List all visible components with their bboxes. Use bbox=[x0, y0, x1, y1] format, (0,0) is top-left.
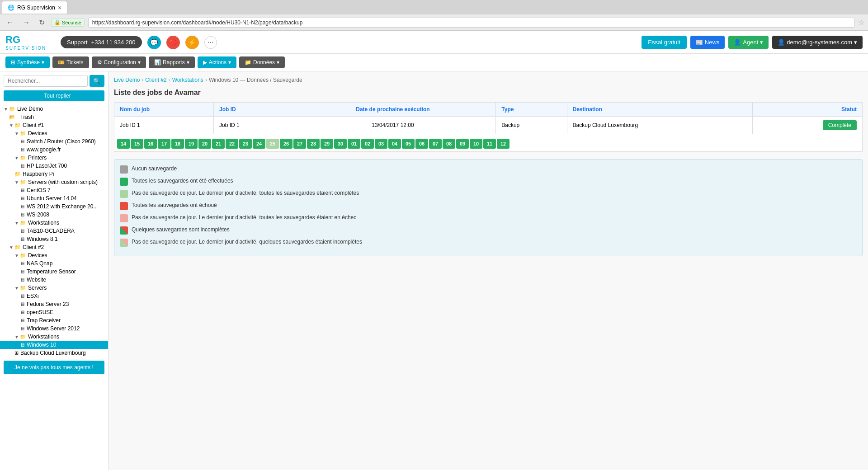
day-cell[interactable]: 03 bbox=[375, 139, 387, 149]
day-cell[interactable]: 07 bbox=[429, 139, 442, 149]
tree-item-ws2012[interactable]: 🖥 WS 2012 with Exchange 20... bbox=[0, 202, 108, 211]
back-btn[interactable]: ← bbox=[4, 18, 16, 28]
tree-item-switch[interactable]: 🖥 Switch / Router (Cisco 2960) bbox=[0, 137, 108, 146]
rapports-btn[interactable]: 📊 Rapports ▾ bbox=[149, 56, 195, 68]
tree-item-devices1[interactable]: ▼ 📁 Devices bbox=[0, 129, 108, 137]
chat-icon-btn[interactable]: 💬 bbox=[147, 36, 161, 49]
tree-item-client2[interactable]: ▼ 📁 Client #2 bbox=[0, 243, 108, 251]
day-cell[interactable]: 06 bbox=[415, 139, 428, 149]
config-btn[interactable]: ⚙ Configuration ▾ bbox=[92, 56, 146, 68]
tree-item-servers2[interactable]: ▼ 📁 Servers bbox=[0, 284, 108, 292]
synthese-btn[interactable]: ⊞ Synthèse ▾ bbox=[5, 56, 50, 68]
tree-item-fedora[interactable]: 🖥 Fedora Server 23 bbox=[0, 300, 108, 308]
tree-item-client1[interactable]: ▼ 📁 Client #1 bbox=[0, 121, 108, 129]
tree-label: Trap Receiver bbox=[27, 317, 61, 324]
reload-btn[interactable]: ↻ bbox=[36, 17, 47, 28]
more-btn[interactable]: ··· bbox=[204, 36, 217, 49]
tree-item-google[interactable]: 🖥 www.google.fr bbox=[0, 146, 108, 154]
day-cell[interactable]: 02 bbox=[361, 139, 374, 149]
day-cell[interactable]: 08 bbox=[443, 139, 455, 149]
day-cell[interactable]: 17 bbox=[158, 139, 170, 149]
new-tab-area[interactable] bbox=[69, 2, 151, 12]
day-cell[interactable]: 12 bbox=[497, 139, 509, 149]
day-cell[interactable]: 22 bbox=[226, 139, 238, 149]
day-cell[interactable]: 09 bbox=[456, 139, 469, 149]
reply-all-btn[interactable]: — Tout replier bbox=[4, 90, 104, 101]
actions-btn[interactable]: ▶ Actions ▾ bbox=[198, 56, 236, 68]
alert-icon-btn[interactable]: 🔴 bbox=[166, 36, 180, 49]
day-cell[interactable]: 28 bbox=[307, 139, 320, 149]
search-btn[interactable]: 🔍 bbox=[90, 75, 104, 87]
browser-tab[interactable]: 🌐 RG Supervision × bbox=[2, 1, 67, 14]
donnees-btn[interactable]: 📁 Données ▾ bbox=[239, 56, 285, 68]
folder-icon: 📁 bbox=[20, 155, 26, 161]
day-cell[interactable]: 18 bbox=[171, 139, 184, 149]
tree-item-win81[interactable]: 🖥 Windows 8.1 bbox=[0, 235, 108, 243]
tree-item-winserver2012[interactable]: 🖥 Windows Server 2012 bbox=[0, 324, 108, 333]
not-see-btn[interactable]: Je ne vois pas tous mes agents ! bbox=[4, 361, 104, 374]
power-icon-btn[interactable]: ⚡ bbox=[185, 36, 199, 49]
essai-btn[interactable]: Essai gratuit bbox=[642, 36, 687, 49]
tree-item-tempsensor[interactable]: 🖥 Temperature Sensor bbox=[0, 268, 108, 276]
tree-item-trash[interactable]: 📂 _Trash bbox=[0, 113, 108, 121]
day-cell[interactable]: 01 bbox=[348, 139, 360, 149]
rapports-icon: 📊 bbox=[154, 59, 161, 66]
table-row: Job ID 1 Job ID 1 13/04/2017 12:00 Backu… bbox=[114, 117, 863, 134]
legend-text: Pas de sauvegarde ce jour. Le dernier jo… bbox=[132, 189, 359, 197]
day-cell[interactable]: 26 bbox=[280, 139, 292, 149]
breadcrumb-item-2[interactable]: Client #2 bbox=[145, 77, 166, 83]
day-cell[interactable]: 24 bbox=[253, 139, 265, 149]
breadcrumb-sep: › bbox=[169, 77, 170, 83]
tree-item-centos[interactable]: 🖥 CentOS 7 bbox=[0, 186, 108, 194]
day-cell[interactable]: 10 bbox=[470, 139, 482, 149]
support-btn[interactable]: Support +334 11 934 200 bbox=[61, 36, 142, 48]
tree-item-live-demo[interactable]: ▼ 📁 Live Demo bbox=[0, 105, 108, 113]
server-icon: 🖥 bbox=[20, 318, 25, 323]
breadcrumb-item-1[interactable]: Live Demo bbox=[114, 77, 140, 83]
day-cell[interactable]: 04 bbox=[388, 139, 401, 149]
search-input[interactable] bbox=[4, 75, 88, 87]
server-icon: 🖥 bbox=[20, 326, 25, 331]
day-cell[interactable]: 11 bbox=[483, 139, 496, 149]
config-icon: ⚙ bbox=[97, 59, 102, 66]
day-cell[interactable]: 14 bbox=[117, 139, 130, 149]
day-cell[interactable]: 21 bbox=[212, 139, 225, 149]
tree-item-trap[interactable]: 🖥 Trap Receiver bbox=[0, 316, 108, 324]
day-cell[interactable]: 25 bbox=[266, 139, 279, 149]
news-icon: 📰 bbox=[696, 39, 703, 46]
tickets-btn[interactable]: 🎫 Tickets bbox=[52, 56, 89, 68]
tree-item-ubuntu[interactable]: 🖥 Ubuntu Server 14.04 bbox=[0, 194, 108, 202]
day-cell[interactable]: 27 bbox=[293, 139, 306, 149]
tree-item-website[interactable]: 🖥 Website bbox=[0, 276, 108, 284]
day-cell[interactable]: 05 bbox=[402, 139, 415, 149]
day-cell[interactable]: 30 bbox=[334, 139, 347, 149]
tree-item-ws2008[interactable]: 🖥 WS-2008 bbox=[0, 211, 108, 219]
url-bar[interactable] bbox=[88, 18, 854, 28]
forward-btn[interactable]: → bbox=[20, 18, 33, 28]
tree-item-raspberry[interactable]: 📁 Raspberry Pi bbox=[0, 170, 108, 178]
tree-item-hp[interactable]: 🖥 HP LaserJet 700 bbox=[0, 162, 108, 170]
tree-item-devices2[interactable]: ▼ 📁 Devices bbox=[0, 251, 108, 259]
day-cell[interactable]: 19 bbox=[185, 139, 198, 149]
day-cell[interactable]: 29 bbox=[321, 139, 333, 149]
day-cell[interactable]: 23 bbox=[239, 139, 252, 149]
user-btn[interactable]: 👤 demo@rg-systemes.com ▾ bbox=[772, 36, 863, 49]
tree-item-tab10[interactable]: 🖥 TAB10-GCLADERA bbox=[0, 227, 108, 235]
tree-item-windows10[interactable]: 🖥 Windows 10 bbox=[0, 341, 108, 349]
day-cell[interactable]: 15 bbox=[131, 139, 143, 149]
tree-item-nas[interactable]: 🖥 NAS Qnap bbox=[0, 259, 108, 268]
bookmark-btn[interactable]: ☆ bbox=[858, 18, 864, 27]
tab-close-btn[interactable]: × bbox=[58, 4, 61, 11]
tree-item-printers[interactable]: ▼ 📁 Printers bbox=[0, 154, 108, 162]
agent-btn[interactable]: 👤 Agent ▾ bbox=[728, 36, 769, 49]
tree-item-workstations2[interactable]: ▼ 📁 Workstations bbox=[0, 333, 108, 341]
news-btn[interactable]: 📰 News bbox=[690, 36, 725, 49]
tree-item-opensuse[interactable]: 🖥 openSUSE bbox=[0, 308, 108, 316]
day-cell[interactable]: 20 bbox=[198, 139, 211, 149]
tree-item-servers-custom[interactable]: ▼ 📁 Servers (with custom scripts) bbox=[0, 178, 108, 186]
tree-item-esxi[interactable]: 🖥 ESXi bbox=[0, 292, 108, 300]
tree-item-backup-cloud[interactable]: ⊞ Backup Cloud Luxembourg bbox=[0, 349, 108, 357]
breadcrumb-item-3[interactable]: Workstations bbox=[172, 77, 203, 83]
day-cell[interactable]: 16 bbox=[144, 139, 157, 149]
tree-item-workstations1[interactable]: ▼ 📁 Workstations bbox=[0, 219, 108, 227]
